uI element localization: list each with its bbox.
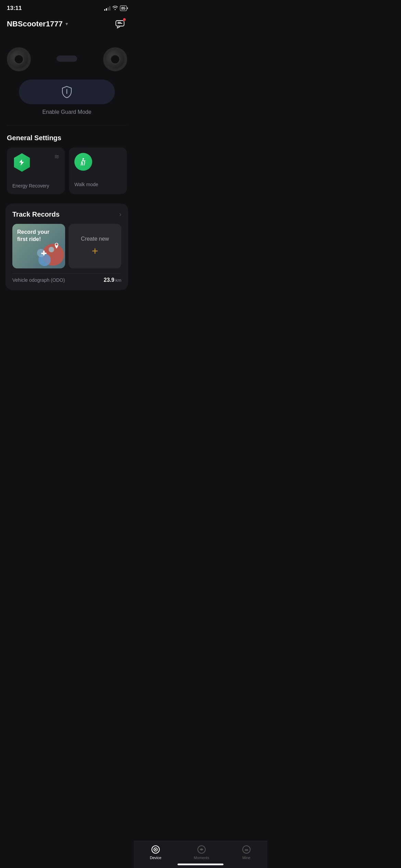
first-ride-card[interactable]: Record your first ride! [12,224,65,268]
battery-indicator: 85 [120,5,127,11]
rear-wheel [103,47,127,71]
energy-recovery-card[interactable]: ≋ Energy Recovery [7,147,65,194]
energy-hex-icon [13,153,31,172]
odo-unit: km [116,278,121,283]
chat-notification-badge [123,18,126,21]
settings-grid: ≋ Energy Recovery Walk mode [7,147,127,194]
header-title-group[interactable]: NBScooter1777 ▼ [7,20,69,28]
shield-icon [59,84,74,99]
general-settings-title: General Settings [7,134,127,142]
energy-recovery-label: Energy Recovery [12,183,59,189]
odo-label: Vehicle odograph (ODO) [12,277,65,283]
guard-mode-button[interactable] [19,80,115,104]
svg-rect-11 [41,253,47,254]
device-name: NBScooter1777 [7,20,63,28]
svg-point-4 [66,89,68,90]
create-new-card[interactable]: Create new + [69,224,121,268]
track-records-arrow-icon[interactable]: › [119,211,121,218]
create-new-plus-icon: + [92,245,98,256]
header: NBScooter1777 ▼ [0,14,134,35]
walk-mode-card[interactable]: Walk mode [69,147,127,194]
status-icons: 85 [104,5,127,11]
first-ride-text: Record your first ride! [17,229,60,243]
guard-mode-section: Enable Guard Mode [0,73,134,125]
guard-mode-label: Enable Guard Mode [42,109,91,115]
svg-point-12 [56,243,58,245]
svg-point-9 [49,247,54,252]
header-chevron-icon: ▼ [65,22,69,26]
wave-icon: ≋ [54,153,59,160]
track-records-title: Track Records [12,210,60,218]
track-records-section: Track Records › Record your first ride! [5,204,128,290]
scooter-image [0,35,134,73]
odo-value: 23.9km [104,277,121,283]
walk-icon [74,153,92,171]
chat-button[interactable] [113,17,127,31]
status-time: 13:11 [7,5,22,12]
odo-row: Vehicle odograph (ODO) 23.9km [12,273,121,283]
front-wheel [7,47,31,71]
status-bar: 13:11 85 [0,0,134,14]
track-cards-grid: Record your first ride! Create ne [12,224,121,268]
general-settings-section: General Settings ≋ Energy Recovery [0,126,134,200]
walk-mode-label: Walk mode [74,182,121,187]
wifi-icon [112,5,118,11]
create-new-label: Create new [81,236,109,242]
svg-point-5 [83,158,84,159]
signal-icon [104,6,110,11]
track-records-header: Track Records › [12,210,121,218]
